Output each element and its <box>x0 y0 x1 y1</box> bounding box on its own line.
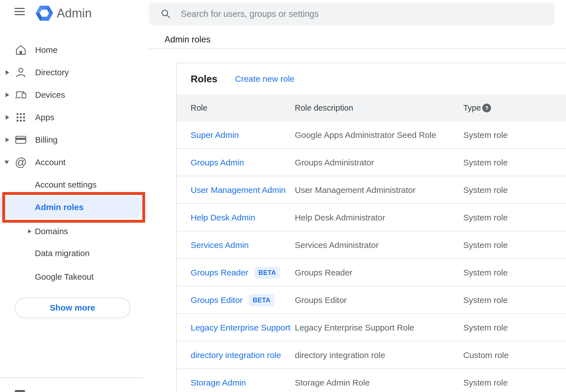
role-type: System role <box>463 369 508 392</box>
role-type: System role <box>463 259 508 286</box>
sidebar-item-label: Devices <box>35 90 65 100</box>
product-name: Admin <box>57 6 92 21</box>
table-row: Groups Reader BETA Groups Reader System … <box>177 259 566 286</box>
sidebar-item-directory[interactable]: Directory <box>0 61 149 84</box>
column-header-role: Role <box>191 95 207 121</box>
sidebar-divider <box>0 378 144 378</box>
role-type: Custom role <box>463 341 509 369</box>
partial-bottom-icon <box>15 390 25 392</box>
role-link[interactable]: Super Admin <box>191 130 239 140</box>
search-icon <box>161 9 171 20</box>
sidebar-item-label: Account <box>35 158 65 167</box>
sidebar-item-domains[interactable]: Domains <box>0 220 149 243</box>
roles-table-body: Super Admin Google Apps Administrator Se… <box>177 121 566 392</box>
sidebar-item-label: Directory <box>35 68 69 77</box>
sidebar: Admin Home Directory D <box>0 0 149 392</box>
role-description: Groups Editor <box>295 286 347 314</box>
show-more-button[interactable]: Show more <box>15 297 130 318</box>
breadcrumb: Admin roles <box>165 34 211 45</box>
credit-card-icon <box>15 134 27 145</box>
sidebar-item-data-migration[interactable]: Data migration <box>0 242 149 265</box>
role-link[interactable]: Legacy Enterprise Support <box>191 323 290 332</box>
table-row: Help Desk Admin Help Desk Administrator … <box>177 204 566 231</box>
role-type: System role <box>463 286 508 314</box>
at-icon: @ <box>15 157 27 168</box>
sidebar-item-billing[interactable]: Billing <box>0 129 149 151</box>
role-type: System role <box>463 314 508 341</box>
role-link[interactable]: User Management Admin <box>191 185 286 195</box>
person-icon <box>15 67 27 78</box>
menu-icon[interactable] <box>15 8 25 16</box>
admin-logo-icon <box>36 6 53 21</box>
role-link[interactable]: Groups Admin <box>191 158 244 167</box>
sidebar-item-label: Domains <box>35 227 68 236</box>
role-description: Google Apps Administrator Seed Role <box>295 121 436 149</box>
sidebar-item-apps[interactable]: Apps <box>0 106 149 129</box>
sidebar-item-home[interactable]: Home <box>0 39 149 61</box>
role-type: System role <box>463 231 508 259</box>
role-type: System role <box>463 204 508 231</box>
table-row: Super Admin Google Apps Administrator Se… <box>177 121 566 149</box>
roles-card: Roles Create new role Role Role descript… <box>176 63 566 392</box>
card-title: Roles <box>191 63 217 95</box>
chevron-right-icon[interactable] <box>6 70 9 75</box>
search-bar[interactable] <box>149 2 555 25</box>
table-header: Role Role description Type ? <box>177 95 566 121</box>
sidebar-item-account[interactable]: @ Account <box>0 151 149 174</box>
annotation-highlight-box <box>2 192 145 223</box>
chevron-right-icon[interactable] <box>6 93 9 97</box>
home-icon <box>15 44 27 56</box>
chevron-right-icon[interactable] <box>28 229 31 233</box>
role-description: User Management Administrator <box>295 176 416 204</box>
sidebar-item-label: Billing <box>35 135 58 145</box>
role-description: directory integration role <box>295 341 385 369</box>
role-description: Groups Administrator <box>295 149 374 176</box>
table-row: Storage Admin Storage Admin Role System … <box>177 369 566 392</box>
chevron-right-icon[interactable] <box>6 115 9 120</box>
role-description: Legacy Enterprise Support Role <box>295 314 414 341</box>
sidebar-item-label: Apps <box>35 113 54 122</box>
role-description: Groups Reader <box>295 259 352 286</box>
table-row: Groups Admin Groups Administrator System… <box>177 149 566 176</box>
header-divider <box>149 48 566 49</box>
role-type: System role <box>463 149 508 176</box>
sidebar-item-label: Home <box>35 45 58 55</box>
role-description: Storage Admin Role <box>295 369 370 392</box>
search-input[interactable] <box>180 2 546 26</box>
column-header-description: Role description <box>295 95 353 121</box>
apps-grid-icon <box>15 112 27 123</box>
table-row: Groups Editor BETA Groups Editor System … <box>177 286 566 314</box>
sidebar-item-label: Account settings <box>35 180 97 190</box>
role-link[interactable]: Groups Reader <box>191 268 248 277</box>
role-type: System role <box>463 176 508 204</box>
beta-badge: BETA <box>249 294 274 306</box>
table-row: User Management Admin User Management Ad… <box>177 176 566 204</box>
role-link[interactable]: Services Admin <box>191 240 249 250</box>
role-link[interactable]: directory integration role <box>191 350 281 360</box>
beta-badge: BETA <box>254 267 280 279</box>
column-header-type: Type <box>463 95 481 121</box>
role-link[interactable]: Storage Admin <box>191 378 246 388</box>
table-row: Services Admin Services Administrator Sy… <box>177 231 566 259</box>
role-link[interactable]: Help Desk Admin <box>191 213 255 222</box>
card-title-row: Roles Create new role <box>177 63 566 95</box>
sidebar-item-devices[interactable]: Devices <box>0 84 149 106</box>
table-row: directory integration role directory int… <box>177 341 566 369</box>
sidebar-item-label: Data migration <box>35 249 90 258</box>
chevron-right-icon[interactable] <box>6 138 9 142</box>
help-icon[interactable]: ? <box>482 104 491 112</box>
table-row: Legacy Enterprise Support Legacy Enterpr… <box>177 314 566 341</box>
devices-icon <box>15 89 27 101</box>
chevron-down-icon[interactable] <box>4 161 9 164</box>
role-description: Services Administrator <box>295 231 378 259</box>
role-link[interactable]: Groups Editor <box>191 295 243 305</box>
role-description: Help Desk Administrator <box>295 204 385 231</box>
sidebar-item-google-takeout[interactable]: Google Takeout <box>0 266 149 288</box>
create-new-role-link[interactable]: Create new role <box>235 63 295 95</box>
role-type: System role <box>463 121 508 149</box>
sidebar-item-label: Google Takeout <box>35 272 94 282</box>
